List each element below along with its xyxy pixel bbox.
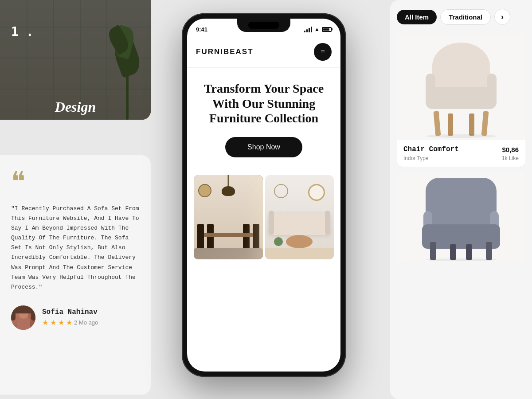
hero-title: Transform Your Space With Our Stunning F…	[196, 81, 332, 126]
wifi-icon: ▲	[314, 26, 320, 33]
review-card: ❝ "I Recently Purchased A Sofa Set From …	[0, 155, 151, 395]
signal-bar-3	[309, 28, 310, 32]
filter-traditional[interactable]: Traditional	[440, 9, 491, 25]
right-panel: All Item Traditional ›	[390, 0, 532, 399]
reviewer-name: Sofia Nahinav	[42, 308, 98, 316]
reviewer-row: Sofia Nahinav ★ ★ ★ ★ 2 Mo ago	[11, 305, 140, 330]
product-name-1: Chair Comfort	[403, 145, 459, 153]
filter-more-button[interactable]: ›	[494, 9, 510, 25]
battery-fill	[323, 28, 329, 31]
quote-icon: ❝	[11, 168, 140, 195]
product-image-2	[397, 173, 525, 262]
dark-room-image: 1 . Design	[0, 0, 151, 120]
dynamic-island	[248, 22, 279, 29]
living-room-image	[265, 175, 334, 259]
phone-mockup: 9:41 ▲ FURNIB	[182, 13, 350, 377]
dining-room-image	[194, 175, 263, 259]
left-top-panel: 1 . Design	[0, 0, 151, 120]
status-time: 9:41	[196, 26, 207, 33]
shop-now-button[interactable]: Shop Now	[225, 137, 302, 157]
product-meta-1: Indor Type 1k Like	[403, 155, 519, 161]
phone-header: FURNIBEAST ≡	[187, 36, 340, 67]
filter-all-item[interactable]: All Item	[397, 10, 437, 24]
product-name-row-1: Chair Comfort $0,86	[403, 145, 519, 153]
product-info-1: Chair Comfort $0,86 Indor Type 1k Like	[397, 140, 525, 167]
star-1: ★	[42, 318, 48, 327]
avatar	[11, 305, 35, 330]
phone-content: FURNIBEAST ≡ Transform Your Space With O…	[187, 36, 340, 372]
signal-bar-1	[304, 31, 305, 32]
star-2: ★	[50, 318, 56, 327]
product-price-1: $0,86	[502, 146, 519, 153]
stars-row: ★ ★ ★ ★ 2 Mo ago	[42, 318, 98, 327]
hero-images	[187, 166, 340, 268]
star-3: ★	[58, 318, 64, 327]
signal-bar-4	[311, 27, 312, 32]
menu-button[interactable]: ≡	[314, 43, 332, 61]
review-text: "I Recently Purchased A Sofa Set From Th…	[11, 204, 140, 292]
review-time: 2 Mo ago	[74, 319, 98, 326]
hero-section: Transform Your Space With Our Stunning F…	[187, 68, 340, 166]
signal-icon	[304, 27, 312, 32]
step-number: 1 .	[11, 24, 34, 39]
category-filter: All Item Traditional ›	[390, 0, 532, 34]
star-4: ★	[66, 318, 72, 327]
phone-notch	[237, 19, 290, 32]
battery-icon	[322, 27, 332, 32]
status-icons: ▲	[304, 26, 332, 33]
product-card-2[interactable]	[397, 173, 525, 262]
hamburger-icon: ≡	[321, 47, 325, 57]
brand-name: FURNIBEAST	[196, 47, 254, 56]
phone-screen: 9:41 ▲ FURNIB	[187, 19, 340, 372]
reviewer-info: Sofia Nahinav ★ ★ ★ ★ 2 Mo ago	[42, 308, 98, 327]
product-likes-1: 1k Like	[502, 155, 519, 161]
product-type-1: Indor Type	[403, 155, 428, 161]
product-image-1	[397, 34, 525, 140]
design-label: Design	[55, 99, 96, 115]
phone-frame: 9:41 ▲ FURNIB	[182, 13, 346, 377]
signal-bar-2	[306, 29, 308, 32]
product-card-1[interactable]: Chair Comfort $0,86 Indor Type 1k Like	[397, 34, 525, 167]
